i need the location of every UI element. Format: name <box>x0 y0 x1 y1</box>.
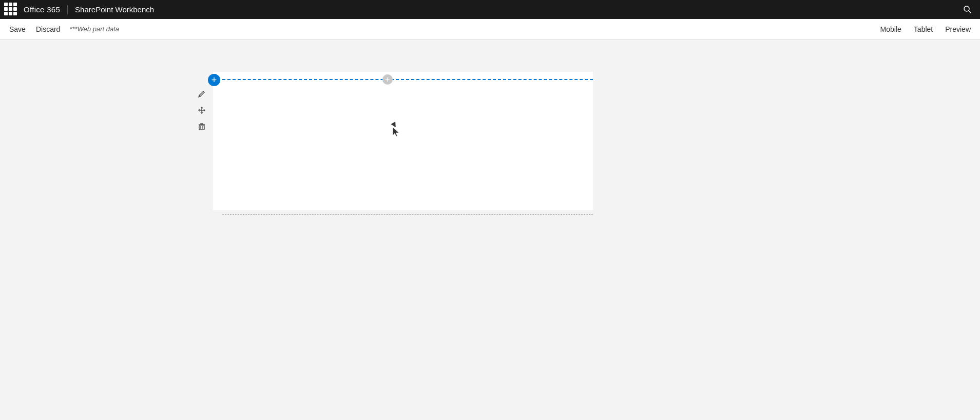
nav-divider <box>67 5 68 14</box>
svg-rect-6 <box>201 124 203 125</box>
app-launcher-icon[interactable] <box>4 3 18 17</box>
add-webpart-button-top[interactable]: + <box>208 74 220 86</box>
svg-rect-4 <box>199 125 204 130</box>
webpart-info-text: ***Web part data <box>69 25 119 33</box>
nav-right-section <box>959 2 976 18</box>
canvas-container: + + <box>213 63 593 210</box>
discard-button[interactable]: Discard <box>35 23 61 35</box>
svg-line-1 <box>969 11 971 13</box>
webpart-bottom-border <box>222 214 593 215</box>
tablet-view-button[interactable]: Tablet <box>913 23 934 35</box>
search-icon[interactable] <box>959 2 976 18</box>
office-title: Office 365 <box>24 5 60 14</box>
webpart-top-border <box>222 79 593 80</box>
svg-point-0 <box>964 6 969 11</box>
mobile-view-button[interactable]: Mobile <box>879 23 902 35</box>
toolbar: Save Discard ***Web part data Mobile Tab… <box>0 19 980 39</box>
workbench-title: SharePoint Workbench <box>75 5 154 14</box>
preview-button[interactable]: Preview <box>944 23 972 35</box>
edit-icon[interactable] <box>195 87 208 101</box>
side-toolbar <box>195 87 208 133</box>
main-content: + + <box>0 39 980 420</box>
top-navigation: Office 365 SharePoint Workbench <box>0 0 980 19</box>
add-webpart-button-center[interactable]: + <box>382 74 393 85</box>
toolbar-right: Mobile Tablet Preview <box>879 23 972 35</box>
webpart-area: + + <box>213 72 593 210</box>
webpart-content-area <box>213 72 593 210</box>
move-icon[interactable] <box>195 104 208 117</box>
save-button[interactable]: Save <box>8 23 27 35</box>
delete-icon[interactable] <box>195 120 208 133</box>
